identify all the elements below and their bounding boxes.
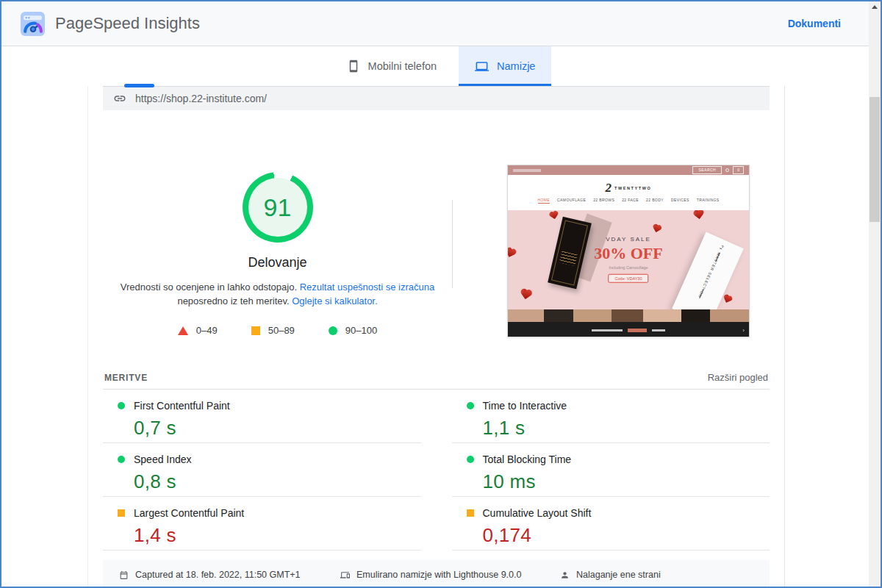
site-screenshot-thumbnail[interactable]: SEARCH 0 2 TWENTYTWO HOME CAMOUFLAGE 22 … xyxy=(507,165,750,337)
metric-good-icon xyxy=(118,402,125,409)
legend-range: 0–49 xyxy=(196,325,218,336)
metrics-grid: First Contentful Paint 0,7 s Time to Int… xyxy=(103,389,770,551)
calculator-link[interactable]: Oglejte si kalkulator. xyxy=(292,295,377,306)
site-logo: 2 xyxy=(606,182,612,194)
carousel-arrow-icon: › xyxy=(742,327,745,334)
summary-divider xyxy=(452,200,453,288)
devices-icon xyxy=(340,570,350,580)
metric-value: 1,4 s xyxy=(134,524,421,547)
device-tabstrip: Mobilni telefon Namizje xyxy=(1,46,881,86)
hero-code-button: Code: VDAY30 xyxy=(609,273,649,282)
tab-desktop[interactable]: Namizje xyxy=(459,46,551,86)
capture-info-footer: Captured at 18. feb. 2022, 11:50 GMT+1 E… xyxy=(103,560,770,588)
legend-range: 50–89 xyxy=(268,325,295,336)
score-value: 91 xyxy=(248,178,307,237)
capture-date-item: Captured at 18. feb. 2022, 11:50 GMT+1 xyxy=(119,570,340,580)
hero-title: 30% OFF xyxy=(594,243,663,262)
site-photo-strip xyxy=(508,309,749,322)
site-bottom-bar: › xyxy=(508,322,749,337)
metrics-header: MERITVE Razširi pogled xyxy=(103,366,770,389)
audited-url: https://shop.22-institute.com/ xyxy=(135,93,267,104)
expand-view-toggle[interactable]: Razširi pogled xyxy=(708,372,768,383)
scrollbar-thumb[interactable] xyxy=(870,97,880,222)
site-nav-item: 22 BODY xyxy=(646,198,664,204)
page-load-text: Nalaganje ene strani xyxy=(576,570,661,580)
hero-subtitle: Including Camouflage xyxy=(594,265,663,269)
metric-name: Cumulative Layout Shift xyxy=(483,507,592,519)
site-nav-item: DEVICES xyxy=(671,198,689,204)
card-top-rule xyxy=(103,86,770,87)
site-nav-item: CAMOUFLAGE xyxy=(557,198,586,204)
legend-item-poor: 0–49 xyxy=(178,325,218,336)
score-legend: 0–49 50–89 90–100 xyxy=(103,325,452,336)
score-block: 91 Delovanje Vrednosti so ocenjene in la… xyxy=(103,110,452,336)
legend-range: 90–100 xyxy=(345,325,377,336)
metric-name: Largest Contentful Paint xyxy=(134,507,244,519)
metric-name: Time to Interactive xyxy=(483,400,567,412)
metric-value: 10 ms xyxy=(483,470,770,493)
legend-item-average: 50–89 xyxy=(251,325,295,336)
score-category-label: Delovanje xyxy=(103,255,452,270)
hero-kicker: VDAY SALE xyxy=(594,235,663,242)
tab-desktop-label: Namizje xyxy=(497,60,535,72)
site-hero-banner: 2 MASTER SELECTION VDAY SALE 30% OFF Inc… xyxy=(508,210,749,309)
calendar-icon xyxy=(119,570,129,580)
hero-text: VDAY SALE 30% OFF Including Camouflage C… xyxy=(594,235,663,282)
metric-time-to-interactive: Time to Interactive 1,1 s xyxy=(452,390,770,443)
score-summary-section: 91 Delovanje Vrednosti so ocenjene in la… xyxy=(103,110,770,362)
capture-date-text: Captured at 18. feb. 2022, 11:50 GMT+1 xyxy=(135,570,301,580)
metric-name: First Contentful Paint xyxy=(134,400,230,412)
user-icon xyxy=(560,570,570,580)
site-topbar-text xyxy=(513,169,541,172)
performance-score-gauge[interactable]: 91 xyxy=(243,172,313,243)
metric-good-icon xyxy=(118,456,125,463)
metric-name: Total Blocking Time xyxy=(483,453,572,465)
site-account-icon xyxy=(725,168,729,172)
site-nav-item: 22 FACE xyxy=(622,198,639,204)
metric-speed-index: Speed Index 0,8 s xyxy=(103,443,421,497)
score-disclaimer: Vrednosti so ocenjene in lahko odstopajo… xyxy=(118,280,438,308)
report-card: https://shop.22-institute.com/ 91 Delova… xyxy=(87,86,785,588)
docs-link[interactable]: Dokumenti xyxy=(788,18,841,29)
site-logo-name: TWENTYTWO xyxy=(614,186,651,190)
metric-average-icon xyxy=(467,509,474,517)
metric-name: Speed Index xyxy=(134,453,192,465)
section-indicator xyxy=(124,84,154,87)
metric-total-blocking-time: Total Blocking Time 10 ms xyxy=(452,443,770,497)
site-header: 2 TWENTYTWO HOME CAMOUFLAGE 22 BROWS 22 … xyxy=(508,175,749,210)
smartphone-icon xyxy=(347,60,360,73)
metric-value: 0,7 s xyxy=(134,417,421,440)
site-cart-button: 0 xyxy=(733,166,744,174)
tab-mobile[interactable]: Mobilni telefon xyxy=(331,46,453,86)
metric-good-icon xyxy=(467,456,474,463)
disclaimer-text: neposredno iz teh meritev. xyxy=(177,295,292,306)
page-load-item: Nalaganje ene strani xyxy=(560,570,753,580)
site-nav-item: 22 BROWS xyxy=(593,198,614,204)
metric-value: 1,1 s xyxy=(483,417,770,440)
emulated-device-text: Emulirano namizje with Lighthouse 9.0.0 xyxy=(356,570,521,580)
vertical-scrollbar[interactable] xyxy=(869,1,881,587)
metric-largest-contentful-paint: Largest Contentful Paint 1,4 s xyxy=(103,497,421,551)
metric-average-icon xyxy=(118,509,125,517)
pagespeed-logo-icon xyxy=(21,12,45,36)
link-icon xyxy=(113,92,126,105)
page-title: PageSpeed Insights xyxy=(55,14,200,33)
metric-first-contentful-paint: First Contentful Paint 0,7 s xyxy=(103,390,421,443)
metric-value: 0,8 s xyxy=(134,470,421,493)
pagespeed-insights-window: PageSpeed Insights Dokumenti Mobilni tel… xyxy=(0,0,882,588)
card-logo: 2 xyxy=(719,244,724,251)
metric-cumulative-layout-shift: Cumulative Layout Shift 0,174 xyxy=(452,497,770,551)
app-header: PageSpeed Insights Dokumenti xyxy=(1,1,881,46)
site-nav-item: TRAININGS xyxy=(697,198,720,204)
disclaimer-text: Vrednosti so ocenjene in lahko odstopajo… xyxy=(121,282,300,293)
metrics-heading: MERITVE xyxy=(104,373,148,383)
red-triangle-icon xyxy=(178,326,188,335)
scrollbar-up-arrow-icon[interactable] xyxy=(869,1,881,12)
site-nav-item: HOME xyxy=(538,198,551,204)
site-topbar: SEARCH 0 xyxy=(508,165,749,175)
emulated-device-item: Emulirano namizje with Lighthouse 9.0.0 xyxy=(340,570,560,580)
tab-mobile-label: Mobilni telefon xyxy=(368,60,437,72)
audited-url-bar: https://shop.22-institute.com/ xyxy=(103,87,770,110)
score-calc-link[interactable]: Rezultat uspešnosti se izračuna xyxy=(300,282,435,293)
legend-item-good: 90–100 xyxy=(329,325,377,336)
